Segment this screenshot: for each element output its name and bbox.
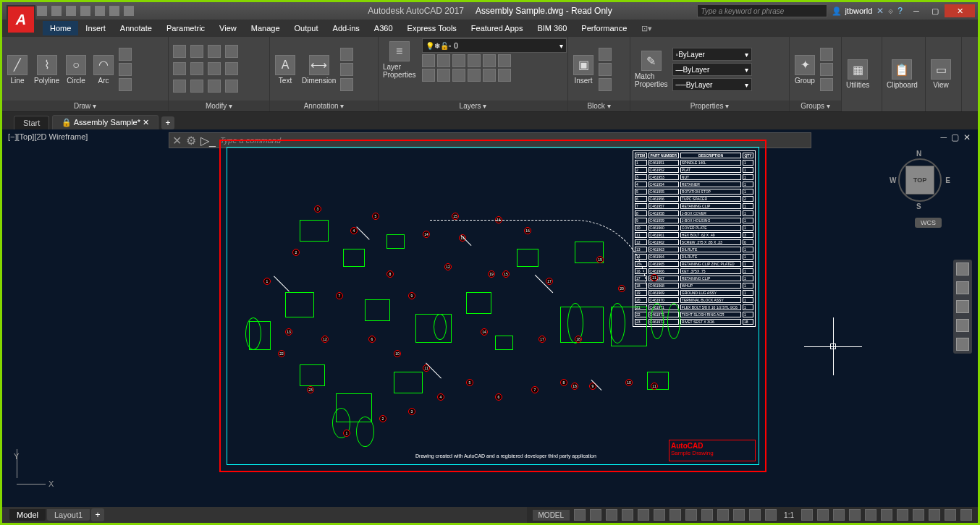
filetab-add-button[interactable]: + (161, 116, 174, 129)
panel-block[interactable]: Block ▾ (568, 101, 630, 111)
tab-bim360[interactable]: BIM 360 (530, 21, 574, 35)
match-properties-button[interactable]: ✎Match Properties (633, 49, 669, 90)
panel-modify[interactable]: Modify ▾ (169, 101, 269, 111)
copy-icon[interactable] (173, 62, 186, 75)
cmd-close-icon[interactable]: ✕ (172, 134, 182, 148)
edit-attr-icon[interactable] (599, 78, 612, 91)
tab-addins[interactable]: Add-ins (326, 21, 367, 35)
spline-icon[interactable] (119, 78, 132, 91)
hatch-icon[interactable] (119, 63, 132, 76)
panel-layers[interactable]: Layers ▾ (379, 101, 567, 111)
annomon-icon[interactable] (849, 509, 861, 521)
infer-icon[interactable] (606, 509, 617, 521)
customize-icon[interactable] (960, 509, 972, 521)
view-button[interactable]: ▭View (929, 58, 953, 90)
osnap-icon[interactable] (685, 509, 697, 521)
exchange-icon[interactable]: ✕ (876, 6, 884, 16)
anno-auto-icon[interactable] (817, 509, 829, 521)
filetab-start[interactable]: Start (14, 116, 49, 129)
panel-groups[interactable]: Groups ▾ (790, 101, 841, 111)
tab-a360[interactable]: A360 (367, 21, 400, 35)
cycling-icon[interactable] (765, 509, 777, 521)
layer-mcur-icon[interactable] (498, 69, 511, 82)
vp-max-icon[interactable]: ▢ (951, 132, 959, 142)
fillet-icon[interactable] (208, 62, 221, 75)
hwaccel-icon[interactable] (929, 509, 940, 521)
search-input[interactable]: Type a keyword or phrase (697, 4, 827, 17)
panel-draw[interactable]: Draw ▾ (2, 101, 168, 111)
tab-express[interactable]: Express Tools (400, 21, 464, 35)
polyline-button[interactable]: ⌇Polyline (33, 54, 61, 86)
isolate-icon[interactable] (913, 509, 924, 521)
ortho-icon[interactable] (638, 509, 649, 521)
drawing-canvas[interactable]: [−][Top][2D Wireframe] ─▢✕ ITEMPART NUMB… (2, 129, 978, 507)
layer-iso-icon[interactable] (483, 54, 496, 67)
edit-block-icon[interactable] (599, 63, 612, 76)
transparency-icon[interactable] (749, 509, 761, 521)
pan-icon[interactable] (956, 281, 969, 294)
clipboard-button[interactable]: 📋Clipboard (885, 58, 919, 90)
qat-new-icon[interactable] (37, 6, 47, 16)
group-button[interactable]: ✦Group (793, 54, 817, 86)
mirror-icon[interactable] (190, 62, 203, 75)
tab-featured[interactable]: Featured Apps (464, 21, 531, 35)
layer-on-icon[interactable] (452, 69, 465, 82)
layer-properties-button[interactable]: ≡Layer Properties (381, 40, 418, 80)
a360-icon[interactable]: ⟐ (888, 6, 893, 16)
qat-open-icon[interactable] (51, 6, 62, 16)
panel-properties[interactable]: Properties ▾ (630, 101, 789, 111)
close-button[interactable]: ✕ (945, 4, 975, 17)
arc-button[interactable]: ◠Arc (91, 54, 116, 86)
lockui-icon[interactable] (897, 509, 908, 521)
leader-icon[interactable] (340, 48, 353, 61)
grid-icon[interactable] (574, 509, 586, 521)
zoom-icon[interactable] (956, 300, 969, 313)
tab-view[interactable]: View (212, 21, 244, 35)
qat-plot-icon[interactable] (95, 6, 105, 16)
layout-add-button[interactable]: + (91, 508, 104, 521)
minimize-button[interactable]: ─ (907, 4, 926, 17)
tab-home[interactable]: Home (43, 21, 78, 35)
tab-insert[interactable]: Insert (78, 21, 113, 35)
qprops-icon[interactable] (881, 509, 892, 521)
lineweight-dropdown[interactable]: — ByLayer▾ (672, 63, 752, 76)
insert-button[interactable]: ▣Insert (571, 54, 596, 86)
help-icon[interactable]: ? (897, 6, 903, 16)
group-edit-icon[interactable] (820, 63, 833, 76)
tab-performance[interactable]: Performance (574, 21, 634, 35)
3dosnap-icon[interactable] (701, 509, 713, 521)
layout-model[interactable]: Model (9, 509, 46, 521)
units-icon[interactable] (865, 509, 876, 521)
isoplane-icon[interactable] (669, 509, 681, 521)
mtext-icon[interactable] (340, 78, 353, 91)
qat-saveas-icon[interactable] (80, 6, 90, 16)
layer-walk-icon[interactable] (483, 69, 496, 82)
text-button[interactable]: AText (273, 54, 297, 86)
panel-annotation[interactable]: Annotation ▾ (270, 101, 378, 111)
tab-parametric[interactable]: Parametric (159, 21, 212, 35)
utilities-button[interactable]: ▦Utilities (845, 58, 871, 90)
layer-state-icon[interactable] (468, 69, 481, 82)
ribbon-min-icon[interactable]: ⊡▾ (641, 24, 652, 33)
color-dropdown[interactable]: ▫ ByLayer▾ (672, 48, 752, 61)
qat-undo-icon[interactable] (109, 6, 119, 16)
orbit-icon[interactable] (956, 319, 969, 332)
workspace-icon[interactable] (833, 509, 845, 521)
qat-save-icon[interactable] (66, 6, 76, 16)
rotate-icon[interactable] (190, 45, 203, 58)
tab-manage[interactable]: Manage (244, 21, 287, 35)
qat-redo-icon[interactable] (124, 6, 134, 16)
app-logo[interactable]: A (7, 5, 35, 34)
line-button[interactable]: ╱Line (5, 54, 30, 86)
polar-icon[interactable] (654, 509, 665, 521)
maximize-button[interactable]: ▢ (926, 4, 945, 17)
tab-annotate[interactable]: Annotate (113, 21, 159, 35)
cmd-custom-icon[interactable]: ⚙ (186, 134, 196, 148)
dimension-button[interactable]: ⟷Dimension (300, 54, 337, 86)
array-icon[interactable] (208, 80, 221, 93)
scale-icon[interactable] (190, 80, 203, 93)
viewport-label[interactable]: [−][Top][2D Wireframe] (8, 132, 88, 141)
layer-freeze-icon[interactable] (437, 54, 450, 67)
table-icon[interactable] (340, 63, 353, 76)
cleanscreen-icon[interactable] (945, 509, 956, 521)
